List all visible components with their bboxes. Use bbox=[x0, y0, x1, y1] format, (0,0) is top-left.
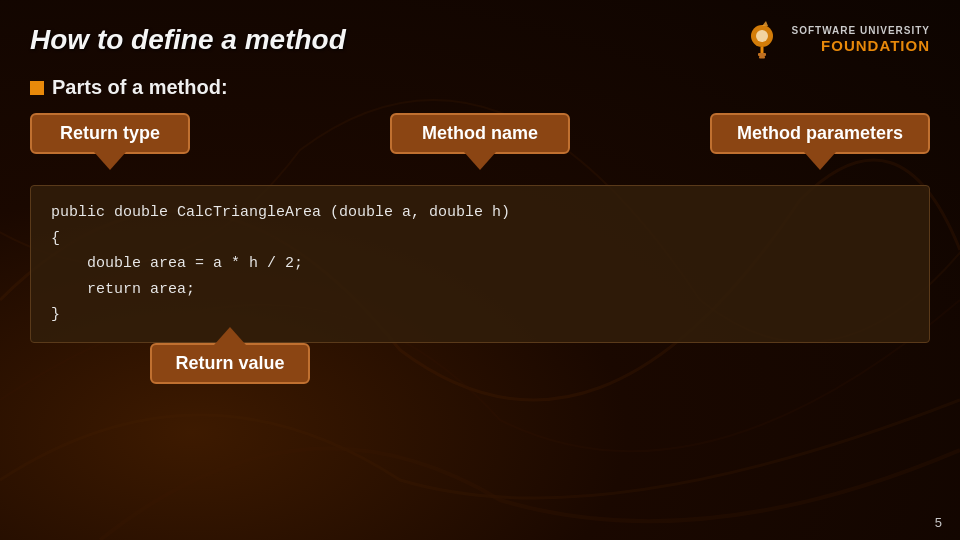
page-title: How to define a method bbox=[30, 24, 346, 56]
bullet-icon bbox=[30, 81, 44, 95]
return-value-label: Return value bbox=[150, 343, 310, 384]
svg-point-5 bbox=[756, 30, 768, 42]
bullet-section: Parts of a method: bbox=[30, 76, 930, 99]
svg-marker-1 bbox=[762, 21, 768, 26]
return-value-area: Return value bbox=[30, 343, 930, 384]
header: How to define a method SOFTWARE UNIVERSI… bbox=[30, 18, 930, 62]
labels-container: Return type Method name Method parameter… bbox=[30, 113, 930, 165]
page-content: How to define a method SOFTWARE UNIVERSI… bbox=[0, 0, 960, 540]
svg-rect-4 bbox=[759, 56, 765, 59]
logo-area: SOFTWARE UNIVERSITY FOUNDATION bbox=[740, 18, 930, 62]
code-line-2: { bbox=[51, 226, 909, 252]
code-line-1: public double CalcTriangleArea (double a… bbox=[51, 200, 909, 226]
method-name-label: Method name bbox=[390, 113, 570, 154]
bullet-text: Parts of a method: bbox=[52, 76, 228, 99]
main-content: Return type Method name Method parameter… bbox=[30, 113, 930, 384]
method-parameters-label: Method parameters bbox=[710, 113, 930, 154]
code-line-3: double area = a * h / 2; bbox=[51, 251, 909, 277]
code-block: public double CalcTriangleArea (double a… bbox=[30, 185, 930, 343]
logo-software-text: SOFTWARE UNIVERSITY bbox=[792, 25, 930, 37]
logo-text: SOFTWARE UNIVERSITY FOUNDATION bbox=[792, 25, 930, 55]
return-type-label: Return type bbox=[30, 113, 190, 154]
code-line-5: } bbox=[51, 302, 909, 328]
svg-rect-3 bbox=[758, 53, 766, 56]
logo-bulb-icon bbox=[740, 18, 784, 62]
code-line-4: return area; bbox=[51, 277, 909, 303]
logo-foundation-text: FOUNDATION bbox=[792, 37, 930, 55]
bullet-item: Parts of a method: bbox=[30, 76, 930, 99]
